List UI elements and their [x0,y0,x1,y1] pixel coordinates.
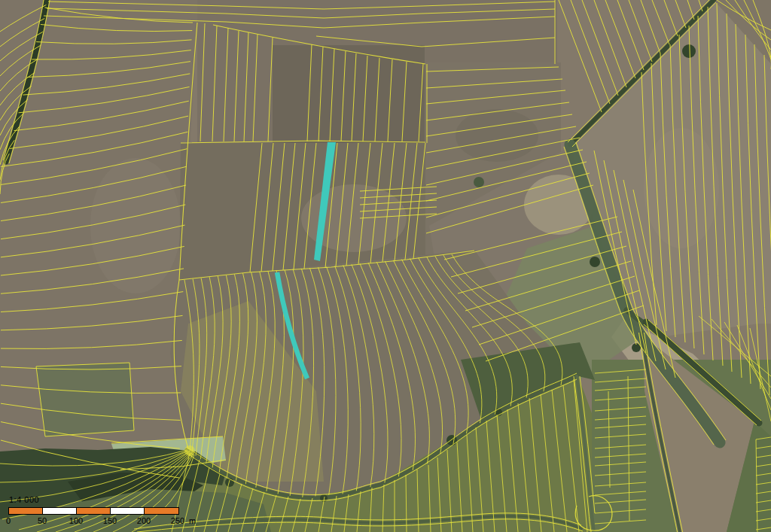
scale-bar-segment [111,508,145,514]
aerial-imagery-layer [0,0,771,532]
parcel-line-convergence [184,445,195,456]
tree-clump [474,177,484,187]
tree-clump [590,257,600,267]
scale-tick: 200 [137,516,151,525]
scale-bar-segment [77,508,111,514]
scale-tick: 50 [38,516,47,525]
scale-bar: 1:4 000 0 50 100 150 200 250 m [8,495,212,526]
scale-unit-label: m [189,516,196,525]
scale-tick: 250 [171,516,184,525]
scale-tick: 0 [6,516,11,525]
soil-light-patch [90,158,181,293]
scale-bar-segment [9,508,43,514]
olive-field-left [36,363,134,436]
scale-tick: 100 [69,516,83,525]
field-top-center-dark [273,45,425,143]
tree-clump [682,44,696,58]
map-viewport[interactable]: 1:4 000 0 50 100 150 200 250 m [0,0,771,532]
scale-tick: 150 [103,516,117,525]
scale-bar-graphic [8,507,179,515]
scale-bar-segment [43,508,77,514]
scale-bar-ticks: 0 50 100 150 200 250 m [8,516,212,526]
map-canvas[interactable] [0,0,771,532]
soil-light-patch [644,128,719,248]
scale-bar-segment [145,508,178,514]
scale-ratio-label: 1:4 000 [9,495,212,504]
